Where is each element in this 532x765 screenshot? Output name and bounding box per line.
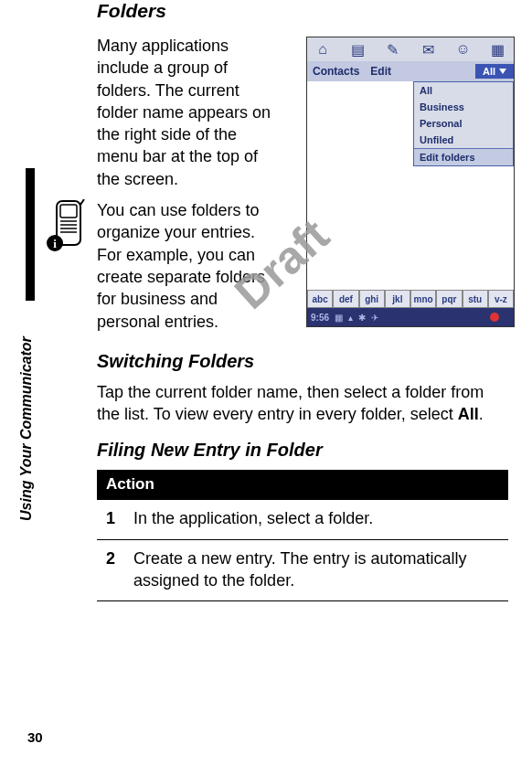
heading-filing: Filing New Entry in Folder (97, 440, 499, 461)
row-text: Create a new entry. The entry is automat… (124, 539, 508, 601)
dropdown-item-business[interactable]: Business (414, 99, 513, 115)
kb-key[interactable]: ghi (359, 290, 385, 308)
device-screenshot: ⌂ ▤ ✎ ✉ ☺ ▦ Contacts Edit All All Busine… (306, 37, 515, 327)
svg-line-6 (80, 199, 84, 205)
section-tab (26, 168, 35, 301)
kb-key[interactable]: pqr (436, 290, 462, 308)
folder-selector-all[interactable]: All (475, 64, 514, 79)
status-time: 9:56 (311, 313, 329, 323)
dropdown-item-personal[interactable]: Personal (414, 115, 513, 132)
status-signal-icon: ▴ (348, 313, 353, 323)
kb-key[interactable]: abc (307, 290, 333, 308)
action-header: Action (97, 470, 508, 500)
shot-top-icons: ⌂ ▤ ✎ ✉ ☺ ▦ (307, 37, 514, 61)
status-plane-icon: ✈ (371, 313, 378, 323)
info-phone-icon: i (44, 199, 91, 254)
row-num: 1 (97, 500, 124, 539)
para-switching-all: All (458, 405, 479, 423)
para-organize: You can use folders to organize your ent… (97, 199, 280, 333)
grid-icon[interactable]: ▦ (488, 41, 508, 58)
book-icon[interactable]: ▤ (347, 41, 367, 58)
mail-icon[interactable]: ✉ (418, 41, 438, 58)
kb-key[interactable]: def (333, 290, 358, 308)
section-label: Using Your Communicator (18, 336, 35, 521)
heading-folders: Folders (97, 0, 499, 22)
action-table: Action 1 In the application, select a fo… (97, 470, 508, 601)
para-switching: Tap the current folder name, then select… (97, 381, 508, 426)
kb-key[interactable]: v-z (488, 290, 514, 308)
menubar-contacts[interactable]: Contacts (313, 65, 359, 78)
kb-key[interactable]: jkl (385, 290, 410, 308)
people-icon[interactable]: ☺ (453, 41, 473, 58)
note-icon[interactable]: ✎ (383, 41, 403, 58)
home-icon[interactable]: ⌂ (313, 41, 333, 58)
row-num: 2 (97, 539, 124, 601)
table-row: 1 In the application, select a folder. (97, 500, 508, 539)
svg-rect-1 (60, 205, 77, 218)
table-row: 2 Create a new entry. The entry is autom… (97, 539, 508, 601)
shot-menubar: Contacts Edit All (307, 61, 514, 81)
status-bt-icon: ✱ (358, 313, 366, 323)
svg-text:i: i (53, 237, 57, 250)
para-intro: Many applications include a group of fol… (97, 35, 280, 190)
heading-switching: Switching Folders (97, 351, 499, 372)
dropdown-item-all[interactable]: All (414, 82, 513, 99)
menubar-edit[interactable]: Edit (370, 65, 391, 78)
shot-body: All Business Personal Unfiled Edit folde… (307, 81, 514, 290)
para-switching-a: Tap the current folder name, then select… (97, 383, 484, 423)
folder-dropdown: All Business Personal Unfiled Edit folde… (413, 81, 514, 166)
status-kbd-icon: ▦ (335, 313, 343, 323)
dropdown-item-unfiled[interactable]: Unfiled (414, 132, 513, 148)
page-number: 30 (27, 729, 43, 745)
shot-keyboard: abc def ghi jkl mno pqr stu v-z (307, 290, 514, 308)
row-text: In the application, select a folder. (124, 500, 508, 539)
dropdown-item-edit-folders[interactable]: Edit folders (414, 148, 513, 165)
kb-key[interactable]: mno (410, 290, 436, 308)
kb-key[interactable]: stu (463, 290, 488, 308)
folder-selector-label: All (483, 66, 495, 77)
chevron-down-icon (499, 69, 506, 74)
status-record-icon (490, 313, 499, 322)
para-switching-c: . (479, 405, 484, 423)
shot-status-bar: 9:56 ▦ ▴ ✱ ✈ (307, 308, 514, 326)
